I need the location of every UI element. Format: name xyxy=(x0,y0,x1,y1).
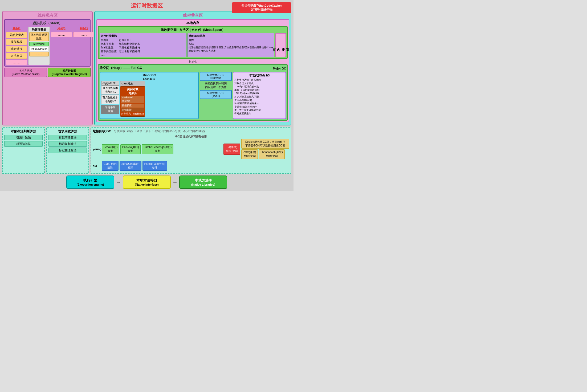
gc-old-label: old xyxy=(93,164,101,168)
native-lib-subtitle: (Native Libraries) xyxy=(185,183,221,186)
instance-obj: 实例对象对象头 markword 类型指针 数组长度 实例数据 对齐填充－8的整… xyxy=(120,86,145,117)
gc-parallelold: Parellel Old(并行)整理 xyxy=(142,161,167,171)
gc-parnew: ParNew(并行)复制 xyxy=(120,144,141,154)
gc-judgment-item-2: 根可达算法 xyxy=(4,141,43,147)
execution-engine-subtitle: (Execurtion engine) xyxy=(72,183,108,186)
gc-divider xyxy=(93,160,289,160)
runtime-pool-content: 字面量： 文本字符串 final常量值 基本类型数值 ...... 符号引用： … xyxy=(101,38,185,56)
gc-judgment: 对象存活判断算法 引用计数法 根可达算法 xyxy=(2,127,45,174)
gc-nongenerational-label: 不分代回收GC器 xyxy=(183,129,205,134)
pool-literals: 字面量： 文本字符串 final常量值 基本类型数值 ...... xyxy=(101,38,117,56)
meta-space-content: 运行时常量池 字面量： 文本字符串 final常量值 基本类型数值 ...... xyxy=(100,33,286,57)
direct-memory: 直接内存 xyxy=(275,33,286,57)
hot-code-title: 热点代码缓存(hotCodeCache) xyxy=(235,4,288,8)
native-interface-subtitle: (Native Interface) xyxy=(129,183,165,186)
meta-space: 元数据空间 | 方法区 | 永久代（Meta Space） 运行时常量池 字面量… xyxy=(98,26,288,59)
stack-bottom: 本地方法栈(Native Meathod Stack) 程序计数器(Progra… xyxy=(4,68,91,77)
arrow-1: → xyxy=(116,179,121,185)
local-var-table-title: 局部变量表 xyxy=(29,28,49,32)
native-interface: 本地方法接口 (Native Interface) xyxy=(123,175,171,189)
gc-serial: Serial(串行)复制 xyxy=(102,144,119,154)
heap-header: 堆空间（Heap）—— Full GC Mojor GC xyxy=(100,66,286,71)
gc-collectors: 垃圾回收 GC 分代回收GC器 G1承上启下：逻辑分代物理不分代 不分代回收GC… xyxy=(91,127,291,174)
frame1-column: 栈帧1 局部变量表 操作数栈 动态链接 方法出口 ........ xyxy=(6,27,27,65)
native-stack: 本地方法栈(Native Meathod Stack) xyxy=(4,68,47,77)
gc-zgc-shen-row: ZGC(并发)整理+复制 Shenandoah(并发)整理+复制 xyxy=(241,149,289,159)
survivor-area: Survivor0 1/10(From/s0) 来回交换 同一时间内永远有一个为… xyxy=(200,72,232,119)
local-var-item-2: reference xyxy=(29,42,49,46)
local-memory-container: 本地内存 元数据空间 | 方法区 | 永久代（Meta Space） 运行时常量… xyxy=(96,19,289,122)
gc-young-row: young Serial(串行)复制 ParNew(并行)复制 Parellel… xyxy=(93,139,289,159)
hot-code-subtitle: JIT即时编译产物 xyxy=(235,8,288,12)
local-var-table: 局部变量表 基本数据类型数值 reference returnAddress .… xyxy=(28,27,50,65)
frame1-label: 栈帧1 xyxy=(6,27,27,31)
meta-space-title: 元数据空间 | 方法区 | 永久代（Meta Space） xyxy=(100,28,286,32)
program-counter: 程序计数器(Program Counter Register) xyxy=(48,68,91,77)
eden-center: class对象 实例对象对象头 markword 类型指针 数组长度 实例数据 … xyxy=(120,81,145,117)
gc-g1: G1(并发)整理+复制 xyxy=(223,144,240,155)
gc-parallel-scavenge: ParellelScavenge(并行)复制 xyxy=(142,144,173,154)
frame3-column: 栈帧3 ........ xyxy=(73,27,95,65)
local-var-item-4: ........ xyxy=(29,52,49,56)
top-content-row: 线程私有区 虚拟机栈（Stack） 栈帧1 局部变量表 操作数栈 动态链接 方法… xyxy=(2,11,291,125)
pool-symbols: 符号引用： 类和结构全限定名 字段名称和描述符 方法名称和描述符 xyxy=(119,38,140,56)
gc-young-label: young xyxy=(93,148,101,151)
local-var-item-3: returnAddress xyxy=(29,47,49,51)
stack-title: 虚拟机栈（Stack） xyxy=(6,21,89,26)
old-gen-desc: 在新生代达到一定条件的对象会进入年老代： 1. s0与s1区域交换一次年龄+1 … xyxy=(234,78,284,115)
local-var-item-1: 基本数据类型数值 xyxy=(29,32,49,41)
minor-gc: Minor GC Eden 8/10 obj@7fe2f3 TLAB(线程本地内… xyxy=(100,72,199,119)
major-gc-label: Mojor GC xyxy=(273,67,286,70)
stack-item-4: 方法出口 xyxy=(6,53,27,59)
stack-item-1: 局部变量表 xyxy=(6,32,27,38)
string-pool: 字符串常量池 xyxy=(101,105,119,114)
local-memory-title: 本地内存 xyxy=(98,21,288,25)
thread-shared-area: 线程共享区 本地内存 元数据空间 | 方法区 | 永久代（Meta Space）… xyxy=(94,11,291,125)
eden-label: Eden 8/10 xyxy=(101,77,197,80)
class-info: 类(class)信息 属性 方法 类元信息(类型信息/类型的常量池/方法信息/字… xyxy=(187,33,274,57)
thread-private-title: 线程私有区 xyxy=(4,13,91,18)
gc-algorithms: 垃圾回收算法 标记清除算法 标记复制算法 标记整理算法 xyxy=(46,127,89,174)
old-gen: 年老代(Old) 2/3 在新生代达到一定条件的对象会进入年老代： 1. s0与… xyxy=(233,72,286,119)
gc-algo-title: 垃圾回收算法 xyxy=(48,129,87,134)
heap-title: 堆空间（Heap）—— Full GC xyxy=(100,66,142,70)
class-info-title: 类(class)信息 xyxy=(189,34,273,38)
gc-serialold: SerialOld(串行)整理 xyxy=(120,161,141,171)
eden-left: obj@7fe2f3 TLAB(线程本地内存) 1 TLAB(线程本地内存) 2… xyxy=(101,81,119,114)
stack-item-5: ........ xyxy=(6,60,27,65)
gc-zgc: ZGC(并发)整理+复制 xyxy=(241,149,258,159)
stack-area: 虚拟机栈（Stack） 栈帧1 局部变量表 操作数栈 动态链接 方法出口 ...… xyxy=(4,19,91,67)
heap-content: Minor GC Eden 8/10 obj@7fe2f3 TLAB(线程本地内… xyxy=(100,72,286,119)
runtime-pool: 运行时常量池 字面量： 文本字符串 final常量值 基本类型数值 ...... xyxy=(100,33,186,57)
hot-code-cache: 热点代码缓存(hotCodeCache) JIT即时编译产物 xyxy=(232,2,291,13)
native-library: 本地方法库 (Native Libraries) xyxy=(179,175,227,189)
obj-box: obj@7fe2f3 xyxy=(101,81,119,85)
gc-algo-item-1: 标记清除算法 xyxy=(48,135,87,140)
stack-item-2: 操作数栈 xyxy=(6,39,27,45)
gc-algo-item-3: 标记整理算法 xyxy=(48,148,87,153)
swap-label: 来回交换 同一时间内永远有一个为空 xyxy=(200,82,232,89)
gc-main-title: 垃圾回收 GC xyxy=(93,129,111,134)
main-container: 运行时数据区 热点代码缓存(hotCodeCache) JIT即时编译产物 线程… xyxy=(0,0,294,191)
gc-old-row: old CMS(并发)清除 SerialOld(串行)整理 Parellel O… xyxy=(93,161,289,171)
thread-shared-title: 线程共享区 xyxy=(96,13,289,18)
tlab1: TLAB(线程本地内存) 1 xyxy=(101,85,119,95)
gc-bottom-section: 对象存活判断算法 引用计数法 根可达算法 垃圾回收算法 标记清除算法 标记复制算… xyxy=(2,127,291,174)
gc-judgment-item-1: 引用计数法 xyxy=(4,135,43,140)
tlab2: TLAB(线程本地内存) 2 xyxy=(101,95,119,104)
gc-algo-item-2: 标记复制算法 xyxy=(48,141,87,147)
gc-generational-label: 分代回收GC器 xyxy=(114,129,133,134)
gc-device-label: GC器 连线代表可搭配使用 xyxy=(93,135,289,138)
frame3-label: 栈帧3 xyxy=(73,27,95,31)
survivor0: Survivor0 1/10(From/s0) xyxy=(200,72,232,81)
frame3-dots: ........ xyxy=(73,32,95,37)
gc-collector-header: 垃圾回收 GC 分代回收GC器 G1承上启下：逻辑分代物理不分代 不分代回收GC… xyxy=(93,129,289,134)
stack-item-3: 动态链接 xyxy=(6,46,27,52)
frame2-dots: ........ xyxy=(51,32,72,37)
minor-gc-title: Minor GC xyxy=(101,74,197,77)
gc-epsilon: Epsilon:无作用GC器，当你的程序不需要GC时可以选择使用该GC器 xyxy=(241,139,289,149)
class-obj: class对象 xyxy=(120,81,145,86)
gc-judgment-title: 对象存活判断算法 xyxy=(4,129,43,134)
gc-shenandoah: Shenandoah(并发)整理+复制 xyxy=(259,149,284,159)
arrow-2: → xyxy=(172,179,178,185)
